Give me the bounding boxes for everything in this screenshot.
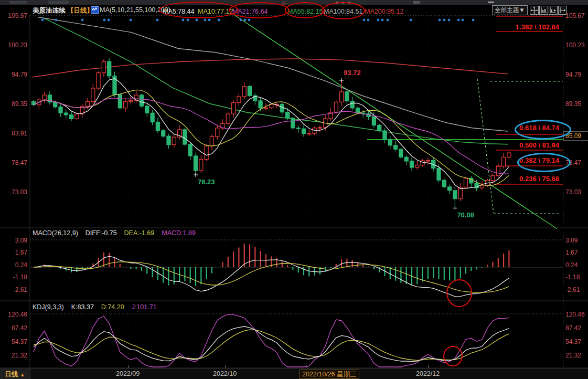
candle-body [42, 95, 46, 100]
candle-body [491, 176, 495, 181]
blue-dot-marker [240, 19, 242, 22]
candle-body [59, 107, 62, 113]
candle-body [296, 128, 300, 129]
candle-body [507, 153, 511, 157]
candle-body [124, 102, 127, 108]
candle-body [172, 137, 176, 144]
candle-body [167, 136, 170, 144]
period-selector[interactable]: 日线 ▲ [0, 369, 30, 379]
candle-body [232, 103, 236, 114]
blue-dot-marker [448, 19, 451, 22]
period-label: 日线 [5, 371, 18, 378]
blue-dot-marker [410, 19, 412, 22]
macd-title-segment: DIFF:-0.75 [85, 229, 117, 237]
candle-body [75, 114, 79, 119]
candle-body [399, 149, 403, 157]
date-axis-label: 2022/09 [116, 370, 140, 377]
candle-body [410, 161, 414, 167]
candle-body [496, 166, 500, 176]
candle-body [372, 117, 376, 125]
kdj-d-line [34, 330, 509, 360]
blue-dot-marker [443, 19, 446, 22]
candle-body [237, 97, 241, 103]
candle-body [102, 61, 105, 72]
candle-body [129, 100, 133, 101]
candle-body [313, 128, 316, 133]
blue-dot-marker [439, 19, 441, 22]
candle-body [216, 128, 219, 136]
candle-body [426, 161, 430, 161]
kdj-k-line [34, 327, 509, 362]
macd-indicator-title: MACD(26,12,9)DIFF:-0.75DEA:-1.69MACD:1.8… [33, 229, 203, 237]
candle-body [91, 88, 95, 101]
date-axis-label: 2022/12 [416, 370, 440, 377]
blue-dot-marker [103, 19, 106, 22]
candle-body [502, 157, 506, 166]
trendline-green [231, 13, 557, 229]
blue-dot-marker [367, 19, 370, 22]
candle-body [318, 128, 322, 128]
blue-dot-marker [244, 19, 247, 22]
candle-body [199, 160, 203, 171]
candle-body [70, 115, 73, 119]
blue-dot-marker [462, 19, 464, 22]
candle-body [464, 178, 468, 187]
candle-body [183, 130, 187, 144]
candle-body [334, 102, 338, 112]
candle-body [394, 145, 398, 149]
candle-body [162, 131, 165, 136]
macd-title-segment: MACD:1.89 [162, 229, 196, 237]
ma-line-ma21 [34, 98, 509, 174]
candle-body [226, 114, 230, 123]
blue-dot-marker [381, 19, 384, 22]
candle-body [356, 108, 360, 113]
candle-body [340, 92, 344, 102]
candle-body [188, 144, 192, 156]
candle-body [453, 191, 457, 199]
blue-dot-marker [182, 19, 185, 22]
blue-dot-marker [457, 19, 460, 22]
candle-body [442, 180, 446, 187]
candle-body [54, 102, 57, 107]
blue-dot-marker [41, 19, 44, 22]
blue-dot-marker [55, 19, 58, 22]
candle-body [415, 165, 419, 167]
candle-body [259, 101, 262, 108]
kdj-title-segment: D:74.20 [101, 303, 124, 311]
blue-dot-marker [130, 19, 132, 22]
candle-body [194, 156, 198, 171]
period-up-arrow-icon: ▲ [20, 372, 25, 377]
candle-body [307, 133, 311, 134]
blue-dot-marker [204, 19, 207, 22]
candle-body [378, 125, 381, 131]
candle-body [210, 136, 213, 146]
date-axis[interactable]: 日线 ▲ 2022/092022/102022/10/26 星期三2022/12 [0, 369, 588, 379]
candle-body [64, 113, 68, 115]
candle-body [86, 101, 90, 106]
candle-body [437, 168, 441, 180]
blue-dot-marker [156, 19, 159, 22]
candle-body [205, 146, 208, 160]
macd-title-segment: DEA:-1.69 [124, 229, 155, 237]
price-chart-canvas[interactable] [0, 0, 588, 379]
date-axis-label: 2022/10 [213, 370, 237, 377]
dashed-green-annotation [477, 79, 494, 213]
candle-body [156, 122, 159, 130]
candle-body [145, 106, 149, 113]
candle-body [421, 161, 424, 165]
kdj-title-segment: K:83.37 [71, 303, 94, 311]
blue-dot-marker [196, 19, 198, 22]
blue-dot-marker [387, 19, 389, 22]
blue-dot-marker [187, 19, 189, 22]
candle-body [480, 185, 484, 188]
candle-body [383, 131, 387, 139]
candle-body [248, 87, 252, 96]
candle-body [270, 104, 273, 108]
blue-dot-marker [108, 19, 110, 22]
candle-body [264, 108, 268, 108]
blue-dot-marker [472, 19, 475, 22]
blue-dot-marker [218, 19, 220, 22]
kdj-indicator-title: KDJ(9,3,3)K:83.37D:74.20J:101.71 [33, 303, 164, 311]
candle-body [345, 92, 349, 101]
kdj-title-segment: J:101.71 [132, 303, 157, 311]
